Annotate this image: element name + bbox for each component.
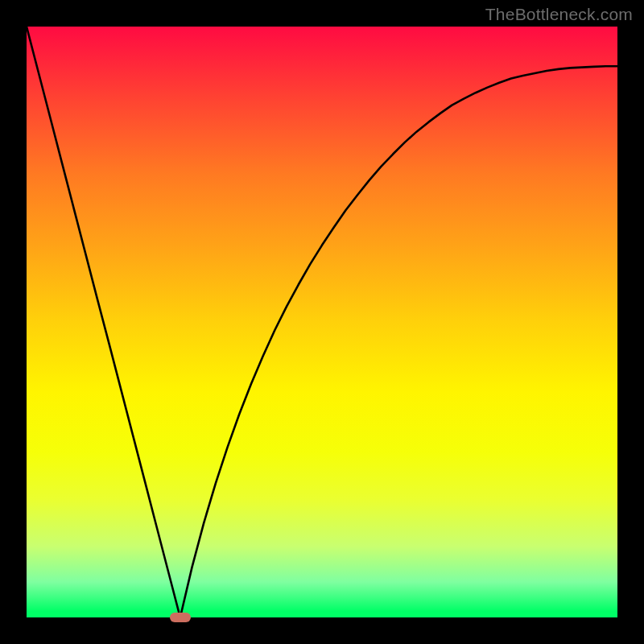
curve-layer [27,27,617,617]
bottleneck-curve [27,27,617,617]
attribution-text: TheBottleneck.com [485,5,633,24]
plot-area [27,27,617,617]
minimum-marker [170,613,191,622]
chart-frame: TheBottleneck.com [0,0,644,644]
